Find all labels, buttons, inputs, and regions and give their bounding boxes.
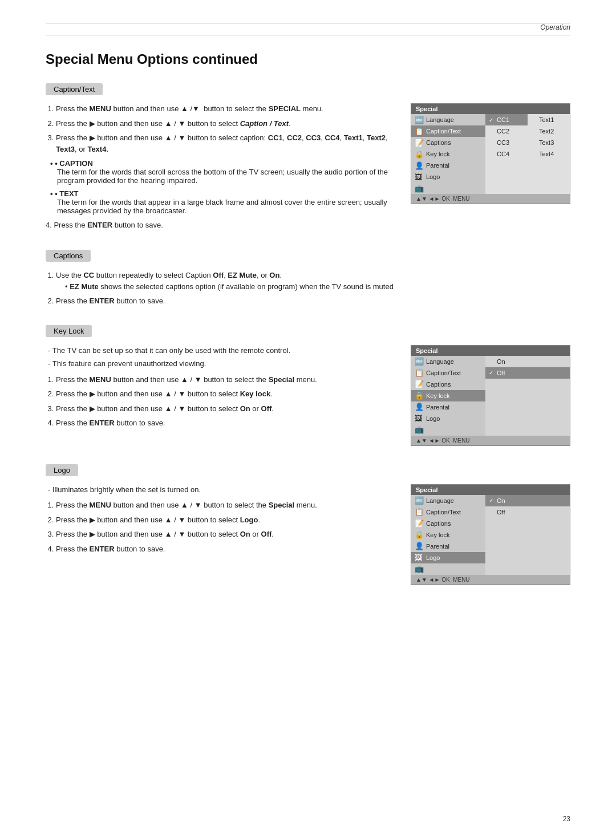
kl-menu-row-caption-text: 📋 Caption/Text [411, 367, 485, 379]
section-logo: Logo Illuminates brightly when the set i… [46, 464, 570, 585]
parental-icon: 👤 [415, 161, 426, 170]
logo-on-label: On [497, 497, 505, 504]
captions-icon: 📝 [415, 139, 426, 147]
right-row-text2: Text2 [528, 125, 570, 137]
tv-menu-body-keylock: 🔤 Language 📋 Caption/Text 📝 Captions [411, 356, 570, 436]
logo-caption-text-icon: 📋 [415, 508, 426, 516]
kl-menu-row-captions: 📝 Captions [411, 379, 485, 390]
kl-caption-text-label: Caption/Text [426, 370, 482, 376]
page-header: Operation [46, 23, 570, 35]
page-title: Special Menu Options continued [46, 51, 570, 67]
section-key-lock: Key Lock The TV can be set up so that it… [46, 325, 570, 446]
logo-menu-row-captions: 📝 Captions [411, 518, 485, 529]
tv-menu-title-caption: Special [411, 104, 570, 114]
kl-logo-icon: 🖼 [415, 414, 426, 423]
right-row-cc3: CC3 [485, 137, 528, 148]
right-row-text3: Text3 [528, 137, 570, 148]
logo-off-check [489, 509, 497, 515]
logo-logo-label: Logo [426, 554, 482, 561]
cc1-label: CC1 [497, 116, 509, 123]
kl-on-label: On [497, 358, 505, 365]
tv-menu-caption-text: Special 🔤 Language 📋 Caption/Text [411, 103, 570, 204]
kl-parental-label: Parental [426, 404, 482, 411]
caption-text-instructions: Press the MENU button and then use ▲ /▼ … [46, 103, 397, 232]
text2-label: Text2 [539, 128, 554, 135]
cc4-check [489, 151, 497, 157]
tv-menu-key-lock: Special 🔤 Language 📋 Caption/Text [411, 345, 570, 446]
section-content-caption-text: Press the MENU button and then use ▲ /▼ … [46, 103, 570, 232]
tv-icon: 📺 [415, 184, 426, 193]
page-number: 23 [563, 815, 570, 823]
logo-menu-row-keylock: 🔒 Key lock [411, 529, 485, 541]
kl-keylock-label: Key lock [426, 392, 482, 399]
cc1-check: ✓ [489, 117, 497, 123]
cc4-label: CC4 [497, 151, 509, 157]
menu-row-logo: 🖼 Logo [411, 171, 485, 182]
tv-menu-right-caption: ✓ CC1 CC2 CC3 [485, 114, 570, 194]
keylock-label: Key lock [426, 151, 482, 157]
key-lock-steps: Press the MENU button and then use ▲ / ▼… [56, 374, 397, 429]
footer-nav-caption: ▲▼ ◄► OK MENU [416, 196, 470, 202]
parental-label: Parental [426, 162, 482, 169]
kl-keylock-icon: 🔒 [415, 391, 426, 400]
language-icon: 🔤 [415, 116, 426, 124]
section-header-logo: Logo [46, 464, 78, 476]
logo-captions-label: Captions [426, 520, 482, 527]
key-lock-intro: The TV can be set up so that it can only… [48, 345, 397, 370]
kl-off-label: Off [497, 370, 505, 376]
tv-menu-title-logo: Special [411, 485, 570, 495]
logo-caption-text-label: Caption/Text [426, 509, 482, 516]
kl-caption-text-icon: 📋 [415, 368, 426, 377]
caption-text-icon: 📋 [415, 127, 426, 136]
logo-language-icon: 🔤 [415, 496, 426, 505]
text1-check [531, 117, 539, 123]
section-header-key-lock: Key Lock [46, 325, 92, 337]
captions-instructions: Use the CC button repeatedly to select C… [46, 270, 570, 307]
logo-right-row-on: ✓ On [485, 495, 570, 506]
key-lock-intro-1: The TV can be set up so that it can only… [48, 345, 397, 356]
logo-icon: 🖼 [415, 173, 426, 181]
tv-menu-right-col2: Text1 Text2 Text3 [528, 114, 570, 194]
logo-step-2: Press the ▶ button and then use ▲ / ▼ bu… [56, 514, 397, 526]
section-header-captions: Captions [46, 250, 91, 262]
text3-check [531, 140, 539, 146]
cc3-label: CC3 [497, 139, 509, 146]
tv-menu-left-caption: 🔤 Language 📋 Caption/Text 📝 Captions [411, 114, 485, 194]
text-term: • TEXT [55, 189, 78, 198]
text4-label: Text4 [539, 151, 554, 157]
key-lock-menu: Special 🔤 Language 📋 Caption/Text [411, 345, 570, 446]
menu-row-parental: 👤 Parental [411, 160, 485, 171]
caption-text-step-4: 4. Press the ENTER button to save. [46, 221, 397, 229]
kl-parental-icon: 👤 [415, 403, 426, 411]
key-lock-step-1: Press the MENU button and then use ▲ / ▼… [56, 374, 397, 385]
right-row-cc1: ✓ CC1 [485, 114, 528, 125]
text4-check [531, 151, 539, 157]
tv-menu-body-logo: 🔤 Language 📋 Caption/Text 📝 Captions [411, 495, 570, 575]
kl-tv-icon: 📺 [415, 425, 426, 434]
logo-label: Logo [426, 173, 482, 180]
tv-menu-left-keylock: 🔤 Language 📋 Caption/Text 📝 Captions [411, 356, 485, 436]
section-content-logo: Illuminates brightly when the set is tur… [46, 484, 570, 585]
logo-right-row-off: Off [485, 506, 570, 518]
kl-right-row-on: On [485, 356, 570, 367]
captions-step-2: Press the ENTER button to save. [56, 295, 570, 307]
tv-menu-right-logo: ✓ On Off [485, 495, 570, 575]
footer-nav-keylock: ▲▼ ◄► OK MENU [416, 437, 470, 444]
captions-label: Captions [426, 139, 482, 146]
key-lock-step-3: Press the ▶ button and then use ▲ / ▼ bu… [56, 403, 397, 415]
kl-right-row-off: ✓ Off [485, 367, 570, 379]
caption-text-step-3: Press the ▶ button and then use ▲ / ▼ bu… [56, 132, 397, 155]
key-lock-step-2: Press the ▶ button and then use ▲ / ▼ bu… [56, 388, 397, 400]
kl-menu-row-logo: 🖼 Logo [411, 413, 485, 424]
logo-step-1: Press the MENU button and then use ▲ / ▼… [56, 500, 397, 511]
header-section-label: Operation [540, 23, 570, 31]
menu-row-language: 🔤 Language [411, 114, 485, 125]
tv-menu-right-col1: ✓ CC1 CC2 CC3 [485, 114, 528, 194]
keylock-icon: 🔒 [415, 150, 426, 159]
cc2-check [489, 128, 497, 135]
menu-row-tv: 📺 [411, 182, 485, 194]
logo-keylock-icon: 🔒 [415, 530, 426, 539]
caption-text-steps: Press the MENU button and then use ▲ /▼ … [56, 103, 397, 155]
right-row-text4: Text4 [528, 148, 570, 160]
logo-step-3: Press the ▶ button and then use ▲ / ▼ bu… [56, 529, 397, 540]
